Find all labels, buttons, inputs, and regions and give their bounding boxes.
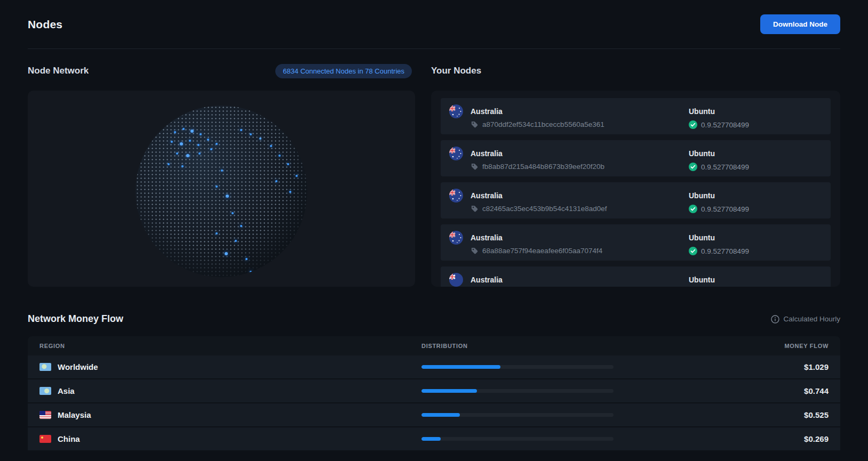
node-os: Ubuntu — [689, 189, 822, 203]
your-nodes-section: Your Nodes — [431, 63, 840, 287]
note-text: Calculated Hourly — [783, 315, 840, 323]
check-circle-icon — [689, 120, 697, 129]
globe-panel — [28, 91, 415, 287]
distribution-bar — [421, 437, 614, 441]
china-flag-icon — [39, 435, 51, 443]
download-node-button[interactable]: Download Node — [760, 14, 840, 34]
distribution-bar — [421, 389, 614, 393]
distribution-bar-fill — [421, 413, 460, 417]
node-version: 0.9.527708499 — [701, 163, 749, 171]
australia-flag-icon — [449, 231, 463, 245]
node-row: Australia c82465ac35ec453b9b54c4131e8ad0… — [441, 182, 831, 219]
money-flow-value: $1.029 — [614, 362, 829, 371]
australia-flag-icon — [449, 189, 463, 203]
globe-visualization — [136, 106, 307, 277]
node-version: 0.9.527708499 — [701, 247, 749, 255]
money-flow-value: $0.744 — [614, 386, 829, 395]
region-name: Asia — [58, 386, 75, 395]
page-header: Nodes Download Node — [28, 0, 840, 49]
node-id: fb8ab87d215a484b8673b39eef20f20b — [482, 163, 604, 171]
worldwide-flag-icon — [39, 363, 51, 371]
column-region: Region — [39, 343, 421, 349]
page-title: Nodes — [28, 18, 62, 31]
check-circle-icon — [689, 247, 697, 255]
australia-flag-icon — [449, 147, 463, 160]
money-flow-value: $0.525 — [614, 410, 829, 419]
tag-icon — [471, 205, 479, 213]
node-country: Australia — [471, 273, 503, 287]
node-version: 0.9.527708499 — [701, 121, 749, 129]
check-circle-icon — [689, 205, 697, 213]
australia-flag-icon — [449, 104, 463, 118]
node-country: Australia — [471, 147, 604, 160]
globe-node-dots — [136, 106, 138, 108]
column-distribution: Distribution — [421, 343, 614, 349]
node-country: Australia — [471, 104, 604, 118]
node-country: Australia — [471, 231, 602, 245]
australia-flag-icon — [449, 273, 463, 287]
distribution-bar — [421, 365, 614, 369]
your-nodes-list[interactable]: Australia a870ddf2ef534c11bceccb5560a5e3… — [431, 91, 840, 287]
malaysia-flag-icon — [39, 411, 51, 419]
node-os: Ubuntu — [689, 147, 822, 160]
node-country: Australia — [471, 189, 607, 203]
table-row: Asia $0.744 — [28, 379, 840, 403]
money-flow-section: Network Money Flow Calculated Hourly Reg… — [28, 313, 840, 451]
region-name: China — [58, 434, 80, 443]
node-id: c82465ac35ec453b9b54c4131e8ad0ef — [482, 205, 607, 213]
node-network-section: Node Network 6834 Connected Nodes in 78 … — [28, 63, 415, 287]
tag-icon — [471, 247, 479, 255]
node-row: Australia 68a88ae757f94eaeafee6f05aa7074… — [441, 224, 831, 261]
node-row: Australia a870ddf2ef534c11bceccb5560a5e3… — [441, 98, 831, 134]
node-id: 68a88ae757f94eaeafee6f05aa7074f4 — [482, 247, 602, 255]
column-money-flow: Money Flow — [614, 343, 829, 349]
table-row: Malaysia $0.525 — [28, 403, 840, 427]
distribution-bar-fill — [421, 437, 441, 441]
region-name: Malaysia — [58, 410, 91, 419]
table-row: China $0.269 — [28, 427, 840, 451]
distribution-bar-fill — [421, 389, 477, 393]
distribution-bar-fill — [421, 365, 500, 369]
connected-nodes-badge: 6834 Connected Nodes in 78 Countries — [275, 64, 412, 78]
asia-flag-icon — [39, 387, 51, 395]
table-header: Region Distribution Money Flow — [28, 336, 840, 355]
check-circle-icon — [689, 163, 697, 171]
node-os: Ubuntu — [689, 231, 822, 245]
calculated-hourly-note: Calculated Hourly — [771, 315, 840, 323]
table-row: Worldwide $1.029 — [28, 355, 840, 379]
region-name: Worldwide — [58, 362, 98, 371]
node-id: a870ddf2ef534c11bceccb5560a5e361 — [482, 120, 604, 128]
money-flow-value: $0.269 — [614, 434, 829, 443]
money-flow-title: Network Money Flow — [28, 313, 123, 325]
distribution-bar — [421, 413, 614, 417]
node-os: Ubuntu — [689, 104, 822, 118]
node-os: Ubuntu — [689, 273, 822, 287]
node-row-partial: Australia Ubuntu — [441, 266, 831, 287]
tag-icon — [471, 120, 479, 128]
node-row: Australia fb8ab87d215a484b8673b39eef20f2… — [441, 140, 831, 176]
your-nodes-title: Your Nodes — [431, 66, 481, 76]
money-flow-table: Region Distribution Money Flow Worldwide… — [28, 336, 840, 451]
info-icon[interactable] — [771, 315, 779, 323]
tag-icon — [471, 163, 479, 171]
node-network-title: Node Network — [28, 66, 89, 76]
node-version: 0.9.527708499 — [701, 205, 749, 213]
nodes-page: Nodes Download Node Node Network 6834 Co… — [0, 0, 868, 451]
